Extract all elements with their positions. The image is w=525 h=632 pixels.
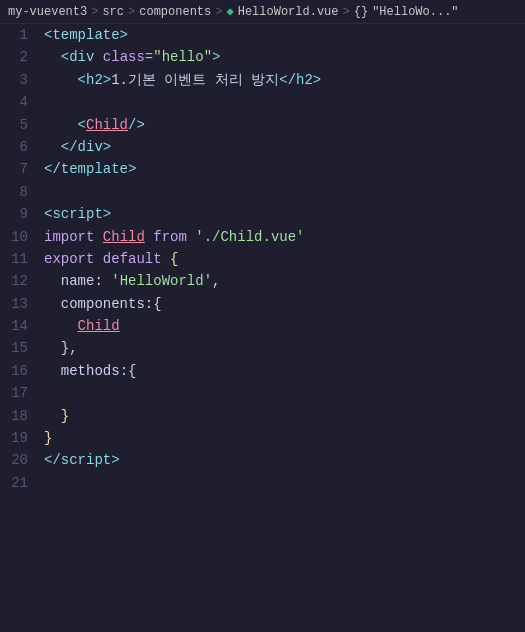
ln-15: 15 [0,337,36,359]
ln-4: 4 [0,91,36,113]
breadcrumb: my-vuevent3 > src > components > ◆ Hello… [0,0,525,24]
code-line-15: }, [44,337,525,359]
code-line-18: } [44,405,525,427]
code-line-10: import Child from './Child.vue' [44,226,525,248]
line-numbers: 1 2 3 4 5 6 7 8 9 10 11 12 13 14 15 16 1… [0,24,36,494]
breadcrumb-project[interactable]: my-vuevent3 [8,5,87,19]
ln-13: 13 [0,293,36,315]
ln-8: 8 [0,181,36,203]
breadcrumb-scope[interactable]: {} [354,5,368,19]
code-line-12: name: 'HelloWorld', [44,270,525,292]
code-line-9: <script> [44,203,525,225]
sep4: > [343,5,350,19]
code-line-1: <template> [44,24,525,46]
code-line-8 [44,181,525,203]
breadcrumb-src[interactable]: src [102,5,124,19]
code-line-16: methods:{ [44,360,525,382]
breadcrumb-components[interactable]: components [139,5,211,19]
code-line-7: </template> [44,158,525,180]
sep3: > [215,5,222,19]
ln-11: 11 [0,248,36,270]
ln-2: 2 [0,46,36,68]
ln-6: 6 [0,136,36,158]
code-line-3: <h2>1.기본 이벤트 처리 방지</h2> [44,69,525,91]
code-line-20: </script> [44,449,525,471]
breadcrumb-symbol[interactable]: "HelloWo..." [372,5,458,19]
code-editor: 1 2 3 4 5 6 7 8 9 10 11 12 13 14 15 16 1… [0,24,525,494]
ln-20: 20 [0,449,36,471]
code-line-11: export default { [44,248,525,270]
code-line-17 [44,382,525,404]
ln-17: 17 [0,382,36,404]
ln-21: 21 [0,472,36,494]
vue-icon: ◆ [226,4,233,19]
ln-14: 14 [0,315,36,337]
ln-16: 16 [0,360,36,382]
ln-19: 19 [0,427,36,449]
code-line-19: } [44,427,525,449]
ln-12: 12 [0,270,36,292]
code-line-4 [44,91,525,113]
sep1: > [91,5,98,19]
code-line-5: <Child/> [44,114,525,136]
breadcrumb-file[interactable]: HelloWorld.vue [238,5,339,19]
code-line-14: Child [44,315,525,337]
code-lines: <template> <div class="hello"> <h2>1.기본 … [36,24,525,494]
code-line-2: <div class="hello"> [44,46,525,68]
ln-3: 3 [0,69,36,91]
ln-5: 5 [0,114,36,136]
ln-18: 18 [0,405,36,427]
sep2: > [128,5,135,19]
code-line-13: components:{ [44,293,525,315]
ln-9: 9 [0,203,36,225]
code-line-6: </div> [44,136,525,158]
code-line-21 [44,472,525,494]
ln-10: 10 [0,226,36,248]
ln-1: 1 [0,24,36,46]
ln-7: 7 [0,158,36,180]
